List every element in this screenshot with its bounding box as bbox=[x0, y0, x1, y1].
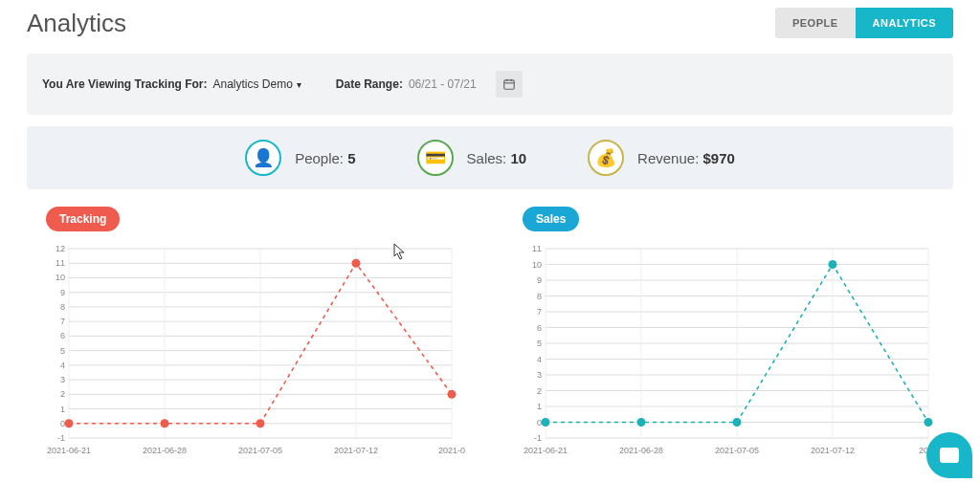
svg-text:0: 0 bbox=[537, 418, 542, 427]
svg-text:2021-07-05: 2021-07-05 bbox=[238, 446, 282, 455]
people-icon: 👤 bbox=[245, 140, 281, 176]
svg-text:2021-06-28: 2021-06-28 bbox=[143, 446, 187, 455]
svg-text:4: 4 bbox=[60, 361, 65, 370]
calendar-icon bbox=[502, 77, 516, 91]
svg-text:2: 2 bbox=[537, 386, 542, 396]
svg-text:11: 11 bbox=[532, 244, 542, 253]
sales-icon: 💳 bbox=[417, 140, 454, 176]
svg-point-84 bbox=[637, 418, 646, 427]
svg-text:3: 3 bbox=[60, 375, 65, 384]
date-range-label: Date Range: bbox=[336, 77, 403, 91]
tracking-selector-value: Analytics Demo bbox=[212, 77, 292, 91]
svg-text:8: 8 bbox=[60, 302, 65, 312]
stats-strip: 👤 People: 5 💳 Sales: 10 💰 Revenue: $970 bbox=[27, 126, 953, 189]
svg-point-46 bbox=[448, 390, 457, 399]
svg-text:-1: -1 bbox=[57, 433, 65, 443]
svg-text:11: 11 bbox=[56, 258, 65, 268]
sales-badge: Sales bbox=[523, 207, 579, 231]
svg-text:2021-07-12: 2021-07-12 bbox=[334, 446, 378, 455]
svg-text:6: 6 bbox=[537, 323, 542, 333]
stat-revenue: 💰 Revenue: $970 bbox=[588, 140, 735, 176]
stat-sales: 💳 Sales: 10 bbox=[417, 140, 527, 176]
revenue-icon: 💰 bbox=[588, 140, 624, 176]
chat-button[interactable] bbox=[926, 432, 972, 478]
svg-text:6: 6 bbox=[60, 331, 65, 340]
stat-people: 👤 People: 5 bbox=[245, 140, 355, 176]
svg-point-43 bbox=[161, 419, 169, 427]
view-tabs: People Analytics bbox=[775, 8, 953, 38]
svg-text:0: 0 bbox=[60, 419, 65, 428]
tracking-badge: Tracking bbox=[46, 207, 120, 231]
svg-text:1: 1 bbox=[60, 405, 65, 414]
svg-text:9: 9 bbox=[537, 275, 542, 285]
chevron-down-icon: ▾ bbox=[297, 79, 301, 90]
svg-text:3: 3 bbox=[537, 370, 542, 380]
stat-revenue-label: Revenue: bbox=[637, 150, 699, 166]
stat-revenue-value: $970 bbox=[702, 150, 734, 166]
svg-point-86 bbox=[829, 260, 837, 269]
svg-text:8: 8 bbox=[537, 292, 542, 301]
svg-text:7: 7 bbox=[60, 317, 65, 326]
svg-text:10: 10 bbox=[56, 273, 65, 282]
calendar-button[interactable] bbox=[496, 71, 523, 98]
svg-text:-1: -1 bbox=[534, 433, 542, 443]
svg-text:2021-07-05: 2021-07-05 bbox=[715, 446, 759, 455]
page-title: Analytics bbox=[27, 9, 126, 38]
svg-text:2021-07-12: 2021-07-12 bbox=[811, 446, 855, 455]
svg-text:4: 4 bbox=[537, 355, 542, 364]
svg-text:2021-06-21: 2021-06-21 bbox=[47, 446, 91, 455]
stat-people-value: 5 bbox=[347, 150, 355, 166]
tracking-selector[interactable]: Analytics Demo ▾ bbox=[212, 77, 301, 91]
filter-bar: You Are Viewing Tracking For: Analytics … bbox=[27, 54, 953, 115]
svg-point-45 bbox=[352, 259, 361, 268]
svg-text:1: 1 bbox=[537, 402, 542, 411]
svg-text:2021-06-28: 2021-06-28 bbox=[619, 446, 663, 455]
svg-text:7: 7 bbox=[537, 307, 542, 317]
svg-point-87 bbox=[924, 418, 933, 427]
tracking-chart: -101234567891011122021-06-212021-06-2820… bbox=[33, 243, 471, 459]
svg-point-42 bbox=[65, 419, 74, 427]
tracking-for-label: You Are Viewing Tracking For: bbox=[42, 77, 207, 91]
svg-point-44 bbox=[256, 419, 265, 427]
svg-text:10: 10 bbox=[532, 260, 542, 270]
svg-text:12: 12 bbox=[56, 244, 65, 253]
tab-people[interactable]: People bbox=[775, 8, 856, 38]
stat-sales-value: 10 bbox=[510, 150, 526, 166]
svg-text:5: 5 bbox=[60, 346, 65, 356]
svg-text:2021-06-21: 2021-06-21 bbox=[523, 446, 568, 455]
tab-analytics[interactable]: Analytics bbox=[856, 8, 953, 38]
date-range-value: 06/21 - 07/21 bbox=[409, 77, 477, 91]
stat-sales-label: Sales: bbox=[467, 150, 507, 166]
svg-point-83 bbox=[542, 418, 550, 427]
chat-icon bbox=[940, 448, 959, 463]
svg-rect-0 bbox=[503, 80, 514, 89]
sales-chart: -1012345678910112021-06-212021-06-282021… bbox=[509, 243, 947, 459]
stat-people-label: People: bbox=[295, 150, 344, 166]
svg-text:9: 9 bbox=[60, 288, 65, 297]
svg-point-85 bbox=[733, 418, 742, 427]
svg-text:2: 2 bbox=[60, 389, 65, 399]
svg-text:5: 5 bbox=[537, 339, 542, 348]
svg-text:2021-0: 2021-0 bbox=[438, 446, 465, 455]
